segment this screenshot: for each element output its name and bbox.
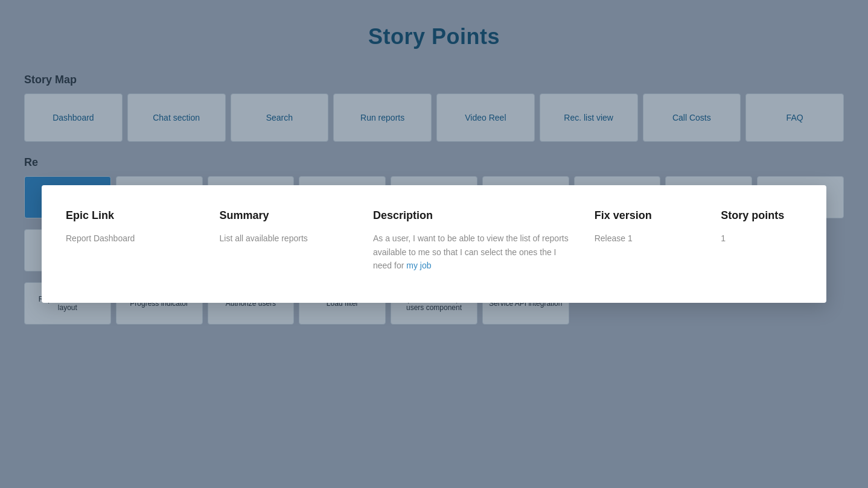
modal-overlay[interactable]: Epic LinkReport DashboardSummaryList all… xyxy=(0,0,868,488)
modal-link-description[interactable]: my job xyxy=(406,261,431,270)
modal-col-value-summary: List all available reports xyxy=(219,232,354,245)
modal-col-description: DescriptionAs a user, I want to be able … xyxy=(373,209,576,272)
modal-col-summary: SummaryList all available reports xyxy=(219,209,354,272)
modal-col-value-description: As a user, I want to be able to view the… xyxy=(373,232,576,272)
modal-col-header-description: Description xyxy=(373,209,576,222)
modal-col-header-epic-link: Epic Link xyxy=(66,209,201,222)
modal-col-header-summary: Summary xyxy=(219,209,354,222)
modal-col-header-story-points: Story points xyxy=(721,209,802,222)
page-background: Story Points Story Map DashboardChat sec… xyxy=(0,0,868,488)
modal-dialog: Epic LinkReport DashboardSummaryList all… xyxy=(42,185,826,302)
modal-col-epic-link: Epic LinkReport Dashboard xyxy=(66,209,201,272)
modal-col-value-fix-version: Release 1 xyxy=(595,232,703,245)
modal-col-fix-version: Fix versionRelease 1 xyxy=(595,209,703,272)
modal-col-value-epic-link: Report Dashboard xyxy=(66,232,201,245)
modal-col-story-points: Story points1 xyxy=(721,209,802,272)
modal-col-value-story-points: 1 xyxy=(721,232,802,245)
modal-col-header-fix-version: Fix version xyxy=(595,209,703,222)
